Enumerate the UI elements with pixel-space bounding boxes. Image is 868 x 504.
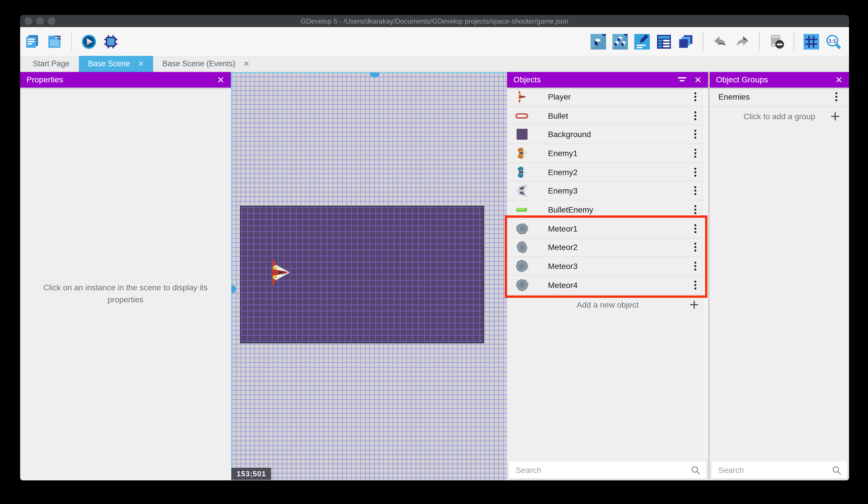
window-title: GDevelop 5 - /Users/dkarakay/Documents/G… (301, 17, 568, 25)
zoom-1-1-icon[interactable]: 1:1 (825, 34, 841, 49)
row-menu-dots-icon[interactable] (690, 186, 701, 196)
row-label: Enemy1 (548, 149, 690, 158)
enemy1-ship-icon (515, 146, 529, 161)
layers-icon[interactable] (678, 34, 694, 49)
background-square-icon (515, 127, 529, 142)
undo-icon[interactable] (713, 34, 728, 49)
gdevelop-window: GDevelop 5 - /Users/dkarakay/Documents/G… (20, 15, 849, 480)
row-menu-dots-icon[interactable] (690, 92, 701, 102)
object-groups-list: Enemies (710, 88, 849, 106)
search-icon (832, 465, 841, 475)
properties-panel-title: Properties (27, 75, 210, 84)
objects-panel-icon[interactable] (591, 34, 606, 49)
object-row-meteor2[interactable]: Meteor2 (507, 238, 708, 257)
add-object-row[interactable]: Add a new object (507, 295, 708, 314)
row-menu-dots-icon[interactable] (690, 129, 701, 139)
object-row-meteor3[interactable]: Meteor3 (507, 257, 708, 276)
tab-label: Base Scene (Events) (162, 60, 235, 68)
row-label: Meteor1 (548, 224, 690, 233)
grid-icon[interactable] (804, 34, 819, 49)
object-row-player[interactable]: >Player (507, 88, 708, 106)
tab-start-page[interactable]: Start Page (24, 56, 79, 72)
groups-search-input[interactable] (717, 465, 832, 475)
object-row-bullet[interactable]: Bullet (507, 106, 708, 125)
redo-icon[interactable] (734, 34, 750, 49)
tab-base-scene-events[interactable]: Base Scene (Events)✕ (153, 56, 259, 72)
toolbar-left-group (25, 32, 118, 51)
object-groups-panel-icon[interactable] (612, 34, 628, 49)
object-row-enemy1[interactable]: Enemy1 (507, 144, 708, 163)
row-label: Meteor4 (548, 280, 690, 290)
object-groups-panel-header: Object Groups (710, 72, 849, 88)
object-row-enemy2[interactable]: Enemy2 (507, 163, 708, 182)
scene-top-handle[interactable] (370, 72, 379, 78)
row-menu-dots-icon[interactable] (690, 261, 701, 271)
objects-panel-title: Objects (514, 75, 670, 84)
scene-left-edge-line (231, 72, 232, 480)
row-label: Enemy3 (548, 187, 690, 195)
debug-icon[interactable] (103, 34, 118, 49)
object-row-bulletenemy[interactable]: BulletEnemy (507, 200, 708, 219)
row-menu-dots-icon[interactable] (690, 110, 701, 121)
scene-left-handle[interactable] (231, 285, 236, 293)
minimize-window-button[interactable] (36, 17, 43, 24)
cursor-coordinates-badge: 153;501 (231, 468, 271, 480)
bullet-icon (515, 108, 529, 123)
row-label: Meteor2 (548, 243, 690, 252)
object-row-enemy3[interactable]: Enemy3 (507, 182, 708, 200)
tab-bar: Start PageBase Scene✕Base Scene (Events)… (20, 56, 849, 72)
row-menu-dots-icon[interactable] (690, 223, 701, 234)
row-label: Enemies (717, 92, 830, 101)
plus-icon[interactable] (830, 111, 840, 123)
meteor-1-icon (515, 221, 529, 236)
meteor-4-icon (515, 278, 529, 292)
object-groups-panel-title: Object Groups (716, 75, 828, 84)
toolbar-divider (759, 32, 760, 51)
close-icon[interactable] (694, 76, 702, 83)
edit-scene-properties-icon[interactable] (634, 34, 650, 49)
object-row-meteor1[interactable]: Meteor1 (507, 220, 708, 238)
svg-text:1:1: 1:1 (829, 38, 836, 43)
row-menu-dots-icon[interactable] (690, 148, 701, 158)
play-icon[interactable] (81, 34, 97, 49)
objects-search-input[interactable] (515, 465, 691, 475)
close-icon[interactable]: ✕ (138, 60, 144, 68)
meteor-2-icon (515, 240, 529, 255)
instances-list-icon[interactable] (656, 34, 672, 49)
row-menu-dots-icon[interactable] (690, 167, 701, 177)
filter-icon[interactable] (677, 76, 687, 84)
deselect-instances-icon[interactable] (769, 34, 785, 49)
add-object-label: Add a new object (577, 300, 639, 309)
close-icon[interactable]: ✕ (244, 60, 249, 68)
properties-panel-header: Properties (20, 72, 231, 88)
scene-canvas[interactable]: 153;501 (231, 72, 507, 480)
scene-window-icon[interactable] (46, 34, 62, 49)
close-window-button[interactable] (25, 17, 32, 24)
enemy2-ship-icon (515, 164, 529, 179)
row-label: Player (548, 92, 690, 101)
tab-label: Start Page (33, 60, 70, 68)
properties-panel: Properties Click on an instance in the s… (20, 72, 231, 480)
player-ship-icon: > (515, 89, 529, 104)
object-row-background[interactable]: Background (507, 125, 708, 144)
player-instance[interactable] (268, 257, 290, 287)
row-label: Meteor3 (548, 262, 690, 271)
properties-empty-message: Click on an instance in the scene to dis… (20, 281, 231, 305)
row-menu-dots-icon[interactable] (690, 280, 701, 290)
object-row-meteor4[interactable]: Meteor4 (507, 276, 708, 295)
scene-top-edge-line (231, 72, 507, 73)
bullet-enemy-icon (515, 202, 529, 217)
close-icon[interactable] (835, 76, 843, 83)
row-menu-dots-icon[interactable] (690, 242, 701, 253)
objects-list: >PlayerBulletBackgroundEnemy1Enemy2Enemy… (507, 88, 708, 295)
row-menu-dots-icon[interactable] (690, 204, 701, 215)
project-manager-icon[interactable] (25, 34, 40, 49)
row-menu-dots-icon[interactable] (830, 92, 842, 102)
group-row-enemies[interactable]: Enemies (710, 88, 849, 106)
zoom-window-button[interactable] (48, 17, 55, 24)
plus-icon[interactable] (689, 299, 699, 311)
close-icon[interactable] (217, 76, 225, 83)
meteor-3-icon (515, 259, 529, 274)
tab-base-scene[interactable]: Base Scene✕ (79, 56, 153, 72)
add-group-row[interactable]: Click to add a group (710, 107, 849, 126)
